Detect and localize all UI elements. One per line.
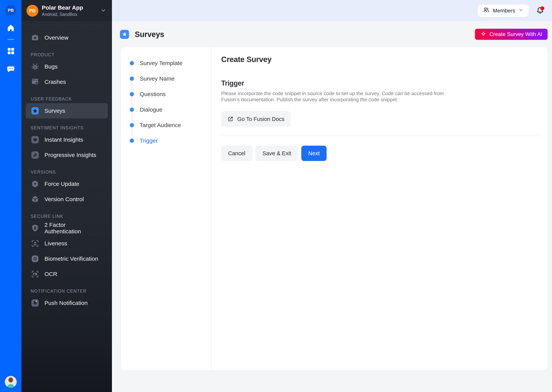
step-survey-template[interactable]: Survey Template <box>121 55 211 71</box>
sidebar-item-bugs[interactable]: Bugs <box>26 59 108 74</box>
notifications-bell-icon[interactable] <box>536 6 545 15</box>
step-dot <box>130 77 134 81</box>
card-scan-icon <box>31 270 39 279</box>
sidebar-item-label: Force Update <box>44 181 79 187</box>
surveys-star-icon <box>31 106 39 115</box>
create-survey-ai-button[interactable]: Create Survey With AI <box>475 29 548 40</box>
topbar: Members <box>112 0 552 21</box>
app-root: PB PB Polar Bear App Android, SandBox <box>0 0 552 392</box>
link-badge-icon <box>31 151 39 160</box>
wizard-actions: Cancel Save & Exit Next <box>221 146 540 161</box>
app-name: Polar Bear App <box>42 4 83 11</box>
create-survey-card: Survey Template Survey Name Questions Di… <box>121 47 548 370</box>
surveys-page-icon <box>120 30 129 39</box>
chevron-down-icon <box>101 7 106 14</box>
rail-divider <box>7 39 14 40</box>
sidebar-section-sentiment-insights: SENTIMENT INSIGHTS <box>31 125 107 131</box>
trigger-description: Please incorporate the code snippet in s… <box>221 90 446 103</box>
sidebar-item-push-notification[interactable]: Push Notification <box>26 295 108 311</box>
sidebar-item-label: Push Notification <box>44 300 87 306</box>
step-target-audience[interactable]: Target Audience <box>121 117 211 133</box>
heart-badge-icon <box>31 135 39 144</box>
members-button[interactable]: Members <box>478 5 529 17</box>
sidebar-item-label: Crashes <box>44 79 66 85</box>
step-questions[interactable]: Questions <box>121 86 211 102</box>
page-title: Surveys <box>135 30 164 39</box>
overview-icon <box>31 33 39 42</box>
members-label: Members <box>493 8 515 14</box>
sidebar-item-progressive-insights[interactable]: Progressive Insights <box>26 147 108 163</box>
sidebar-item-label: Version Control <box>44 196 84 203</box>
sidebar-section-secure-link: SECURE LINK <box>31 214 107 219</box>
sidebar-item-label: Overview <box>44 35 68 41</box>
sidebar-section-versions: VERSIONS <box>31 170 107 175</box>
sidebar-nav: Overview PRODUCT Bugs Crashes USER FEEDB… <box>22 21 112 316</box>
sidebar-section-user-feedback: USER FEEDBACK <box>31 97 107 102</box>
trigger-heading: Trigger <box>221 79 540 87</box>
cancel-button[interactable]: Cancel <box>221 146 252 161</box>
sidebar-item-instant-insights[interactable]: Instant Insights <box>26 132 108 147</box>
wizard-stepper: Survey Template Survey Name Questions Di… <box>121 47 212 370</box>
sidebar-item-crashes[interactable]: Crashes <box>26 74 108 90</box>
sidebar-item-label: Biometric Verification <box>44 256 98 262</box>
icon-rail: PB <box>0 0 22 392</box>
cube-icon <box>31 195 39 204</box>
shield-lock-icon <box>31 224 39 232</box>
app-switcher[interactable]: PB Polar Bear App Android, SandBox <box>22 0 112 21</box>
sidebar-item-label: Bugs <box>44 63 58 70</box>
create-survey-ai-label: Create Survey With AI <box>489 31 542 37</box>
sparkle-icon <box>480 31 487 37</box>
face-scan-icon <box>31 239 39 248</box>
app-platform: Android, SandBox <box>42 12 83 17</box>
sidebar: PB Polar Bear App Android, SandBox Overv… <box>22 0 112 392</box>
wizard-content: Create Survey Trigger Please incorporate… <box>212 47 548 370</box>
sidebar-item-label: Progressive Insights <box>44 152 96 158</box>
user-avatar[interactable] <box>5 376 17 388</box>
step-dialogue[interactable]: Dialogue <box>121 102 211 117</box>
notification-dot <box>540 6 544 10</box>
step-trigger[interactable]: Trigger <box>121 133 211 148</box>
sidebar-item-label: 2 Factor Authentication <box>44 222 103 235</box>
sidebar-item-biometric-verification[interactable]: Biometric Verification <box>26 251 108 266</box>
step-survey-name[interactable]: Survey Name <box>121 71 211 86</box>
next-button[interactable]: Next <box>301 146 327 161</box>
sidebar-item-label: Instant Insights <box>44 136 83 143</box>
sidebar-item-label: Liveness <box>44 240 67 247</box>
sidebar-item-overview[interactable]: Overview <box>26 30 108 45</box>
step-dot <box>130 92 134 96</box>
sidebar-section-notification-center: NOTIFICATION CENTER <box>31 289 107 294</box>
sidebar-item-version-control[interactable]: Version Control <box>26 192 108 207</box>
sidebar-item-force-update[interactable]: Force Update <box>26 176 108 192</box>
step-dot <box>130 61 134 65</box>
workspace-logo[interactable]: PB <box>6 5 16 15</box>
step-dot <box>130 123 134 127</box>
sidebar-item-label: Surveys <box>44 108 65 114</box>
sidebar-item-liveness[interactable]: Liveness <box>26 236 108 251</box>
members-icon <box>483 7 490 15</box>
sidebar-item-surveys[interactable]: Surveys <box>26 103 108 119</box>
fingerprint-icon <box>31 254 39 263</box>
chat-icon[interactable] <box>6 65 16 74</box>
step-dot <box>130 139 134 143</box>
app-avatar: PB <box>26 5 38 17</box>
go-to-fusion-docs-label: Go To Fusion Docs <box>237 116 284 122</box>
content-divider <box>221 136 540 136</box>
sidebar-item-label: OCR <box>44 271 57 277</box>
save-exit-button[interactable]: Save & Exit <box>255 146 298 161</box>
external-link-icon <box>227 116 233 122</box>
page-header: Surveys Create Survey With AI <box>112 21 552 47</box>
apps-grid-icon[interactable] <box>6 46 16 56</box>
sidebar-item-2fa[interactable]: 2 Factor Authentication <box>26 221 108 236</box>
go-to-fusion-docs-button[interactable]: Go To Fusion Docs <box>221 111 291 127</box>
sidebar-item-ocr[interactable]: OCR <box>26 266 108 282</box>
hexagon-up-arrow-icon <box>31 180 39 188</box>
main-area: Members Surveys Create Survey With AI <box>112 0 552 392</box>
step-dot <box>130 108 134 112</box>
chevron-down-icon <box>518 7 524 14</box>
wizard-title: Create Survey <box>221 55 540 64</box>
sidebar-section-product: PRODUCT <box>31 52 107 57</box>
crash-window-icon <box>31 77 39 86</box>
home-icon[interactable] <box>6 23 16 33</box>
bell-badge-icon <box>31 299 39 308</box>
bug-icon <box>31 62 39 71</box>
